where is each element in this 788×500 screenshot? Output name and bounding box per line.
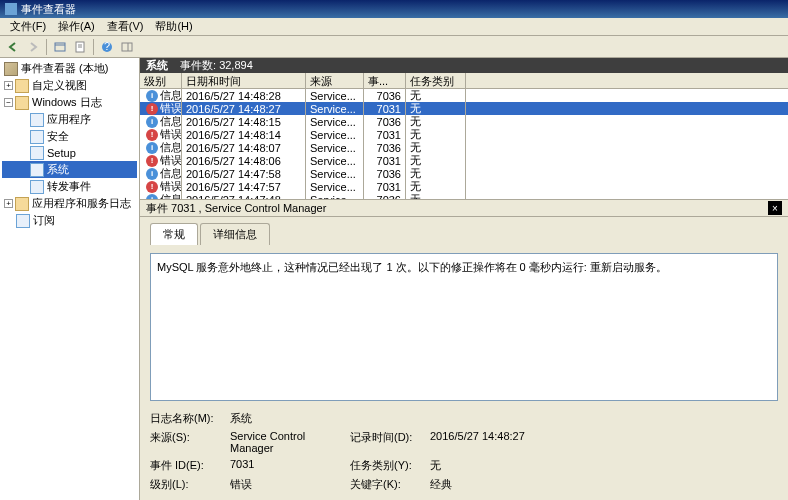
tree-log-security[interactable]: 安全 xyxy=(2,128,137,145)
tree-log-forwarded[interactable]: 转发事件 xyxy=(2,178,137,195)
cell-source: Service... xyxy=(306,167,364,181)
svg-rect-7 xyxy=(122,43,132,51)
log-icon xyxy=(30,146,44,160)
tree-label: 系统 xyxy=(47,162,69,177)
menu-help[interactable]: 帮助(H) xyxy=(149,18,198,35)
cell-event-id: 7031 xyxy=(364,128,406,142)
cell-source: Service... xyxy=(306,180,364,194)
col-datetime[interactable]: 日期和时间 xyxy=(182,73,306,88)
col-level[interactable]: 级别 xyxy=(140,73,182,88)
col-source[interactable]: 来源 xyxy=(306,73,364,88)
action-pane-button[interactable] xyxy=(118,38,136,56)
event-message[interactable]: MySQL 服务意外地终止，这种情况已经出现了 1 次。以下的修正操作将在 0 … xyxy=(150,253,778,401)
event-viewer-icon xyxy=(4,62,18,76)
cell-datetime: 2016/5/27 14:48:14 xyxy=(182,128,306,142)
cell-level: 信息 xyxy=(160,192,182,199)
tab-details[interactable]: 详细信息 xyxy=(200,223,270,245)
log-icon xyxy=(30,113,44,127)
cell-source: Service... xyxy=(306,115,364,129)
cell-event-id: 7031 xyxy=(364,154,406,168)
tree-log-system[interactable]: 系统 xyxy=(2,161,137,178)
cell-datetime: 2016/5/27 14:47:58 xyxy=(182,167,306,181)
menu-view[interactable]: 查看(V) xyxy=(101,18,150,35)
cell-event-id: 7036 xyxy=(364,167,406,181)
event-grid[interactable]: 信息2016/5/27 14:48:28Service...7036无错误201… xyxy=(140,89,788,199)
nav-tree[interactable]: 事件查看器 (本地) +自定义视图 −Windows 日志 应用程序 安全 Se… xyxy=(0,58,140,500)
content-pane: 系统 事件数: 32,894 级别 日期和时间 来源 事... 任务类别 信息2… xyxy=(140,58,788,500)
col-task[interactable]: 任务类别 xyxy=(406,73,466,88)
tree-label: 订阅 xyxy=(33,213,55,228)
label-keywords: 关键字(K): xyxy=(350,477,430,492)
tree-app-service-logs[interactable]: +应用程序和服务日志 xyxy=(2,195,137,212)
toolbar-separator xyxy=(46,39,47,55)
tree-root-label: 事件查看器 (本地) xyxy=(21,61,108,76)
tree-custom-views[interactable]: +自定义视图 xyxy=(2,77,137,94)
tab-general[interactable]: 常规 xyxy=(150,223,198,245)
cell-datetime: 2016/5/27 14:48:06 xyxy=(182,154,306,168)
cell-event-id: 7031 xyxy=(364,102,406,116)
cell-event-id: 7036 xyxy=(364,89,406,103)
label-logged: 记录时间(D): xyxy=(350,430,430,454)
folder-icon xyxy=(15,197,29,211)
menu-file[interactable]: 文件(F) xyxy=(4,18,52,35)
properties-button[interactable] xyxy=(71,38,89,56)
menu-action[interactable]: 操作(A) xyxy=(52,18,101,35)
close-detail-button[interactable]: × xyxy=(768,201,782,215)
content-title: 系统 xyxy=(146,58,168,73)
detail-title: 事件 7031 , Service Control Manager xyxy=(146,201,326,216)
cell-datetime: 2016/5/27 14:47:57 xyxy=(182,180,306,194)
label-taskcat: 任务类别(Y): xyxy=(350,458,430,473)
value-logname: 系统 xyxy=(230,411,350,426)
toolbar: ? xyxy=(0,36,788,58)
expand-icon[interactable]: + xyxy=(4,81,13,90)
show-hide-tree-button[interactable] xyxy=(51,38,69,56)
cell-source: Service... xyxy=(306,128,364,142)
value-eventid: 7031 xyxy=(230,458,350,473)
svg-rect-0 xyxy=(55,43,65,51)
value-taskcat: 无 xyxy=(430,458,550,473)
tree-log-setup[interactable]: Setup xyxy=(2,145,137,161)
help-button[interactable]: ? xyxy=(98,38,116,56)
cell-event-id: 7036 xyxy=(364,141,406,155)
detail-header: 事件 7031 , Service Control Manager × xyxy=(140,199,788,217)
tree-label: Setup xyxy=(47,147,76,159)
back-button[interactable] xyxy=(4,38,22,56)
cell-event-id: 7036 xyxy=(364,115,406,129)
value-logged: 2016/5/27 14:48:27 xyxy=(430,430,550,454)
toolbar-separator xyxy=(93,39,94,55)
folder-icon xyxy=(15,79,29,93)
tree-subscriptions[interactable]: 订阅 xyxy=(2,212,137,229)
cell-task: 无 xyxy=(406,191,466,199)
event-count: 事件数: 32,894 xyxy=(180,58,253,73)
col-event-id[interactable]: 事... xyxy=(364,73,406,88)
log-icon xyxy=(30,180,44,194)
label-eventid: 事件 ID(E): xyxy=(150,458,230,473)
label-level: 级别(L): xyxy=(150,477,230,492)
svg-text:?: ? xyxy=(104,41,110,52)
collapse-icon[interactable]: − xyxy=(4,98,13,107)
cell-source: Service... xyxy=(306,102,364,116)
expand-icon[interactable]: + xyxy=(4,199,13,208)
tree-label: Windows 日志 xyxy=(32,95,102,110)
cell-datetime: 2016/5/27 14:48:07 xyxy=(182,141,306,155)
tree-label: 应用程序 xyxy=(47,112,91,127)
main-area: 事件查看器 (本地) +自定义视图 −Windows 日志 应用程序 安全 Se… xyxy=(0,58,788,500)
forward-button[interactable] xyxy=(24,38,42,56)
log-icon xyxy=(30,163,44,177)
event-properties: 日志名称(M): 系统 来源(S): Service Control Manag… xyxy=(150,411,778,492)
cell-source: Service... xyxy=(306,141,364,155)
label-source: 来源(S): xyxy=(150,430,230,454)
tree-log-application[interactable]: 应用程序 xyxy=(2,111,137,128)
subscription-icon xyxy=(16,214,30,228)
tree-label: 转发事件 xyxy=(47,179,91,194)
cell-event-id: 7031 xyxy=(364,180,406,194)
tree-windows-logs[interactable]: −Windows 日志 xyxy=(2,94,137,111)
tree-root[interactable]: 事件查看器 (本地) xyxy=(2,60,137,77)
label-logname: 日志名称(M): xyxy=(150,411,230,426)
folder-icon xyxy=(15,96,29,110)
value-level: 错误 xyxy=(230,477,350,492)
grid-header: 级别 日期和时间 来源 事... 任务类别 xyxy=(140,73,788,89)
value-source: Service Control Manager xyxy=(230,430,350,454)
window-title: 事件查看器 xyxy=(21,2,76,17)
log-icon xyxy=(30,130,44,144)
